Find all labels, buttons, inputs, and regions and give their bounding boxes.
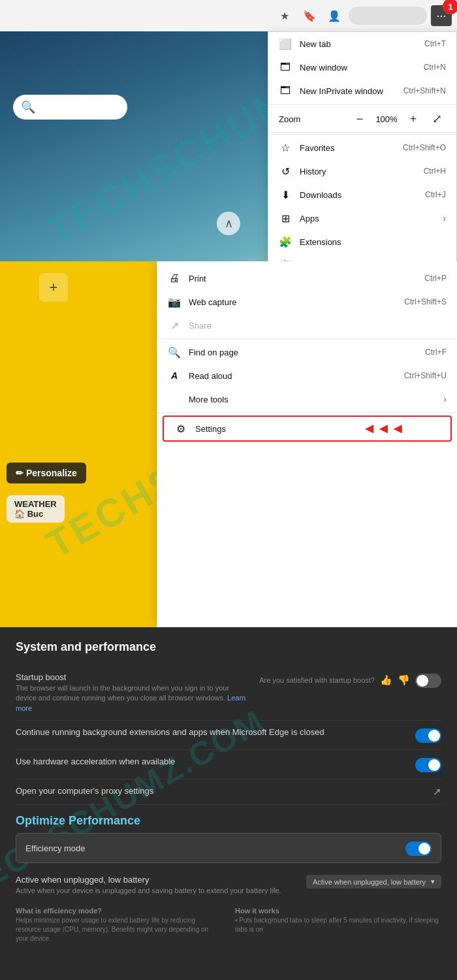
menu-item-more-tools[interactable]: More tools › (157, 387, 457, 411)
thumbs-down-icon[interactable]: 👎 (398, 674, 410, 686)
zoom-row: Zoom − 100% + ⤢ (268, 106, 456, 133)
profile-icon[interactable]: 👤 (324, 5, 345, 26)
menu-item-collections[interactable]: 📋 Collections Ctrl+Shift+Y (268, 253, 456, 261)
menu-item-history[interactable]: ↺ History Ctrl+H (268, 159, 456, 183)
system-performance-title: System and performance (16, 640, 441, 654)
learn-more-link[interactable]: Learn more (16, 694, 245, 711)
three-dots-button[interactable]: ··· 1 (431, 5, 452, 26)
zoom-expand-button[interactable]: ⤢ (428, 110, 446, 128)
menu-label-favorites: Favorites (300, 143, 395, 153)
web-capture-icon: 📷 (168, 295, 181, 308)
startup-boost-title: Startup boost (16, 672, 249, 682)
menu-label-inprivate: New InPrivate window (300, 86, 396, 96)
whatis-col: What is efficiency mode? Helps minimize … (16, 907, 222, 943)
zoom-label: Zoom (279, 114, 345, 124)
menu-item-web-capture[interactable]: 📷 Web capture Ctrl+Shift+S (157, 290, 457, 314)
menu-item-inprivate[interactable]: 🗔 New InPrivate window Ctrl+Shift+N (268, 79, 456, 103)
share-icon: ↗ (168, 319, 181, 332)
menu-divider-1 (268, 104, 456, 105)
dropdown-menu-2: 🖨 Print Ctrl+P 📷 Web capture Ctrl+Shift+… (157, 261, 457, 627)
whatis-row: What is efficiency mode? Helps minimize … (16, 903, 441, 943)
proxy-settings-title: Open your computer's proxy settings (16, 786, 422, 796)
menu-item-print[interactable]: 🖨 Print Ctrl+P (157, 267, 457, 290)
star-icon[interactable]: ★ (274, 5, 295, 26)
menu-item-new-tab[interactable]: ⬜ New tab Ctrl+T (268, 32, 456, 56)
background-extensions-title: Continue running background extensions a… (16, 727, 405, 737)
menu-label-print: Print (189, 274, 417, 284)
hardware-acceleration-title: Use hardware acceleration when available (16, 757, 405, 766)
apps-arrow-icon: › (443, 213, 446, 223)
howit-title: How it works (235, 907, 441, 915)
active-unplugged-title: Active when unplugged, low battery (16, 875, 296, 885)
menu-item-share[interactable]: ↗ Share (157, 314, 457, 337)
new-tab-plus-button[interactable]: + (39, 273, 68, 302)
background-extensions-row: Continue running background extensions a… (16, 721, 441, 750)
active-dropdown-row: Active when unplugged, low battery Activ… (16, 868, 441, 902)
zoom-percent: 100% (374, 114, 399, 124)
badge-number-1: 1 (443, 0, 457, 14)
bookmark-icon[interactable]: 🔖 (299, 5, 320, 26)
print-icon: 🖨 (168, 272, 181, 285)
menu-label-new-window: New window (300, 63, 416, 73)
weather-city: 🏠 Buc (14, 509, 57, 519)
startup-boost-text: Startup boost The browser will launch in… (16, 672, 259, 713)
scroll-up-button[interactable]: ∧ (217, 212, 240, 235)
menu-item-favorites[interactable]: ☆ Favorites Ctrl+Shift+O (268, 136, 456, 159)
personalize-button[interactable]: ✏ Personalize (7, 463, 86, 483)
menu-label-new-tab: New tab (300, 39, 417, 49)
menu-item-extensions[interactable]: 🧩 Extensions (268, 230, 456, 253)
more-tools-arrow-icon: › (443, 394, 447, 404)
menu-item-read-aloud[interactable]: A Read aloud Ctrl+Shift+U (157, 364, 457, 387)
menu-shortcut-history: Ctrl+H (424, 167, 446, 176)
menu-label-downloads: Downloads (300, 190, 417, 200)
favorites-icon: ☆ (279, 141, 292, 154)
external-link-icon[interactable]: ↗ (433, 786, 441, 798)
startup-boost-toggle[interactable] (415, 674, 441, 688)
menu-divider-s2-1 (157, 338, 457, 339)
apps-icon: ⊞ (279, 212, 292, 225)
menu-shortcut-find-on-page: Ctrl+F (425, 348, 447, 357)
menu-shortcut-web-capture: Ctrl+Shift+S (404, 297, 447, 306)
menu-label-web-capture: Web capture (189, 297, 396, 307)
more-tools-icon (168, 393, 181, 406)
howit-col: How it works • Puts background tabs to s… (235, 907, 441, 943)
extensions-icon: 🧩 (279, 235, 292, 248)
downloads-icon: ⬇ (279, 188, 292, 201)
dropdown-menu-1: ⬜ New tab Ctrl+T 🗔 New window Ctrl+N 🗔 N… (268, 31, 457, 261)
efficiency-mode-label: Efficiency mode (25, 843, 86, 853)
settings-icon: ⚙ (174, 422, 187, 435)
menu-shortcut-new-window: Ctrl+N (424, 63, 446, 72)
menu-item-settings[interactable]: ⚙ Settings ◄◄◄ 2 (163, 416, 452, 442)
search-bar[interactable]: 🔍 (13, 95, 127, 120)
menu-label-history: History (300, 167, 416, 176)
menu-item-new-window[interactable]: 🗔 New window Ctrl+N (268, 56, 456, 79)
menu-label-read-aloud: Read aloud (189, 371, 396, 381)
menu-shortcut-read-aloud: Ctrl+Shift+U (404, 371, 447, 380)
optimize-performance-title: Optimize Performance (16, 814, 441, 828)
menu-label-more-tools: More tools (189, 395, 435, 404)
proxy-settings-row: Open your computer's proxy settings ↗ (16, 779, 441, 805)
whatis-title: What is efficiency mode? (16, 907, 222, 915)
hardware-acceleration-toggle[interactable] (415, 758, 441, 772)
menu-shortcut-new-tab: Ctrl+T (424, 39, 446, 48)
menu-item-find-on-page[interactable]: 🔍 Find on page Ctrl+F (157, 340, 457, 364)
background-extensions-text: Continue running background extensions a… (16, 727, 415, 737)
section3-settings: TECHSCHUMZ.COM System and performance St… (0, 627, 457, 980)
menu-label-find-on-page: Find on page (189, 348, 417, 357)
inprivate-icon: 🗔 (279, 84, 292, 97)
zoom-minus-button[interactable]: − (351, 110, 369, 128)
menu-shortcut-print: Ctrl+P (424, 274, 447, 283)
background-extensions-toggle[interactable] (415, 728, 441, 743)
menu-label-extensions: Extensions (300, 237, 446, 247)
section1-browser: TECHSCHUMZ.COM ★ 🔖 👤 ··· 1 🔍 ∧ ⬜ New tab… (0, 0, 457, 261)
efficiency-mode-toggle[interactable] (405, 841, 432, 856)
satisfied-label: Are you satisfied with startup boost? (259, 676, 375, 684)
satisfaction-row: Are you satisfied with startup boost? 👍 … (259, 672, 441, 688)
thumbs-up-icon[interactable]: 👍 (380, 674, 392, 686)
zoom-plus-button[interactable]: + (404, 110, 422, 128)
address-bar[interactable] (349, 7, 427, 25)
new-window-icon: 🗔 (279, 61, 292, 74)
menu-item-apps[interactable]: ⊞ Apps › (268, 206, 456, 230)
menu-item-downloads[interactable]: ⬇ Downloads Ctrl+J (268, 183, 456, 206)
active-when-unplugged-dropdown[interactable]: Active when unplugged, low battery ▾ (306, 875, 441, 889)
